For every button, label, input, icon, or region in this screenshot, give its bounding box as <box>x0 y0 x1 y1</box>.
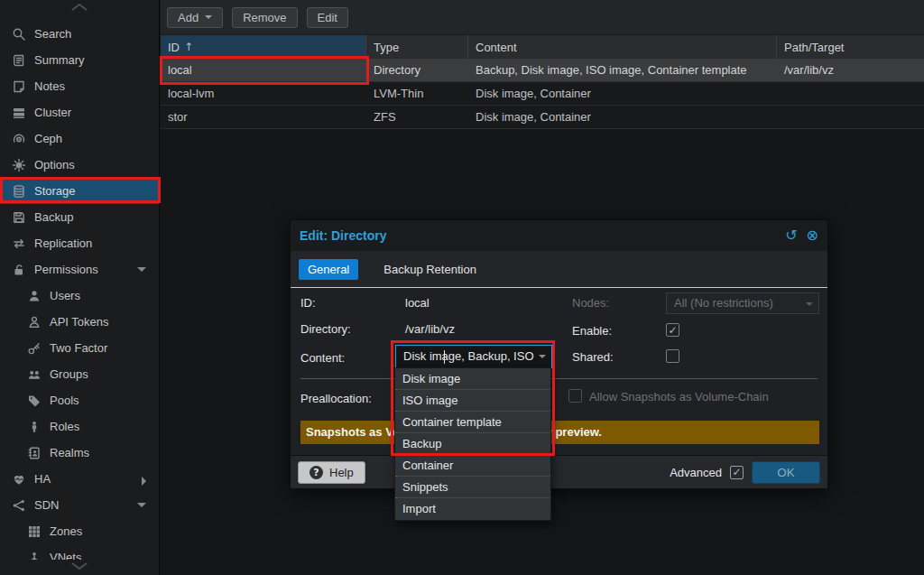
sidebar-item-backup[interactable]: Backup <box>0 204 159 230</box>
sidebar-item-permissions[interactable]: Permissions <box>0 256 159 283</box>
storage-icon <box>12 184 26 199</box>
sidebar-item-ha[interactable]: HA <box>0 466 159 492</box>
help-button[interactable]: ? Help <box>298 461 365 484</box>
technology-preview-warning: Snapshots as Volume-Chain is a technolog… <box>300 421 819 444</box>
shared-field-label: Shared: <box>572 350 614 364</box>
sidebar-item-label: Cluster <box>34 106 71 119</box>
combo-trigger-icon[interactable] <box>539 355 546 358</box>
close-icon[interactable]: ⊗ <box>807 228 818 243</box>
cell-path: /var/lib/vz <box>777 59 923 81</box>
sidebar-item-realms[interactable]: Realms <box>0 440 159 466</box>
dialog-title: Edit: Directory <box>300 228 776 243</box>
table-row-local-lvm[interactable]: local-lvm LVM-Thin Disk image, Container <box>161 82 924 106</box>
storage-table: ID ↑ Type Content Path/Target local Dire… <box>161 35 924 129</box>
cell-type: ZFS <box>366 106 468 128</box>
sidebar-item-two-factor[interactable]: Two Factor <box>0 335 159 361</box>
dropdown-option-backup[interactable]: Backup <box>395 433 550 455</box>
content-combobox-value: Disk image, Backup, ISO <box>403 349 534 363</box>
advanced-label: Advanced <box>670 466 722 479</box>
cell-path <box>777 106 923 128</box>
table-row-stor[interactable]: stor ZFS Disk image, Container <box>161 106 924 129</box>
table-row-local[interactable]: local Directory Backup, Disk image, ISO … <box>161 59 924 82</box>
tab-general[interactable]: General <box>299 259 358 280</box>
id-field-value: local <box>405 296 430 310</box>
help-icon: ? <box>310 466 323 479</box>
tab-backup-retention[interactable]: Backup Retention <box>374 259 485 280</box>
tag-icon <box>27 394 42 408</box>
enable-checkbox[interactable]: ✓ <box>666 323 679 337</box>
content-dropdown-list: Disk image ISO image Container template … <box>394 367 551 521</box>
sidebar-item-api-tokens[interactable]: API Tokens <box>0 309 159 335</box>
allow-snapshots-label: Allow Snapshots as Volume-Chain <box>589 390 769 403</box>
sidebar-item-label: Roles <box>50 420 79 433</box>
edit-button-label: Edit <box>318 11 337 24</box>
dialog-tabbar: General Backup Retention <box>291 251 827 288</box>
sidebar-item-users[interactable]: Users <box>0 283 159 309</box>
cell-id: stor <box>161 106 366 128</box>
nodes-field-label: Nodes: <box>572 296 609 310</box>
sidebar-item-label: Groups <box>50 367 88 381</box>
sidebar-item-groups[interactable]: Groups <box>0 361 159 387</box>
sidebar-item-summary[interactable]: Summary <box>0 47 159 73</box>
ok-button[interactable]: OK <box>752 461 820 484</box>
id-field-label: ID: <box>300 296 316 310</box>
unlock-icon <box>12 263 26 277</box>
sidebar-item-label: Storage <box>34 184 76 198</box>
dropdown-option-disk-image[interactable]: Disk image <box>395 368 550 390</box>
column-header-type[interactable]: Type <box>366 35 468 59</box>
groups-icon <box>27 367 42 382</box>
chevron-down-icon <box>205 15 212 19</box>
sidebar-item-search[interactable]: Search <box>0 21 159 47</box>
shared-checkbox[interactable] <box>666 349 679 363</box>
sidebar-item-storage[interactable]: Storage <box>0 178 159 204</box>
cell-content: Disk image, Container <box>468 106 777 128</box>
sidebar-item-zones[interactable]: Zones <box>0 518 159 544</box>
sidebar-item-options[interactable]: Options <box>0 152 159 178</box>
advanced-checkbox[interactable]: ✓ <box>730 466 744 479</box>
sidebar-item-sdn[interactable]: SDN <box>0 492 159 518</box>
sidebar-scroll-up[interactable] <box>0 0 158 15</box>
cell-path <box>777 82 923 105</box>
sidebar-item-label: Users <box>50 289 80 302</box>
dropdown-option-container[interactable]: Container <box>395 455 550 477</box>
edit-button[interactable]: Edit <box>307 7 348 28</box>
address-book-icon <box>27 446 42 460</box>
sidebar-item-ceph[interactable]: Ceph <box>0 125 159 152</box>
dialog-body: ID: local Directory: /var/lib/vz Content… <box>291 288 827 457</box>
notes-icon <box>12 79 26 94</box>
dropdown-option-import[interactable]: Import <box>395 498 550 520</box>
dropdown-option-iso-image[interactable]: ISO image <box>395 390 550 412</box>
ok-button-label: OK <box>777 466 794 479</box>
dropdown-option-snippets[interactable]: Snippets <box>395 477 550 498</box>
cell-type: LVM-Thin <box>366 82 468 105</box>
sidebar-item-label: Ceph <box>34 132 62 145</box>
column-header-path[interactable]: Path/Target <box>777 35 923 59</box>
sidebar-scroll-down[interactable] <box>0 560 158 575</box>
sidebar-item-label: Notes <box>34 79 65 93</box>
add-button-label: Add <box>178 11 199 24</box>
dropdown-option-container-template[interactable]: Container template <box>395 412 550 433</box>
text-cursor <box>444 350 445 364</box>
chevron-right-icon <box>142 477 146 486</box>
remove-button[interactable]: Remove <box>232 7 297 28</box>
key-icon <box>27 341 42 356</box>
sidebar-item-label: Realms <box>50 446 89 459</box>
sidebar-item-replication[interactable]: Replication <box>0 230 159 256</box>
column-header-content[interactable]: Content <box>468 35 777 59</box>
sidebar-item-roles[interactable]: Roles <box>0 413 159 440</box>
column-header-id[interactable]: ID ↑ <box>161 35 366 59</box>
cell-content: Disk image, Container <box>468 82 777 105</box>
reset-icon[interactable]: ↺ <box>785 228 797 243</box>
dialog-titlebar[interactable]: Edit: Directory ↺ ⊗ <box>291 220 827 251</box>
sidebar-item-notes[interactable]: Notes <box>0 73 159 99</box>
add-button[interactable]: Add <box>167 7 223 28</box>
sidebar-item-label: Replication <box>34 236 92 250</box>
grid-icon <box>27 524 42 539</box>
content-combobox[interactable]: Disk image, Backup, ISO <box>395 345 552 368</box>
enable-field-label: Enable: <box>572 324 612 338</box>
person-icon <box>27 420 42 434</box>
sidebar-item-pools[interactable]: Pools <box>0 387 159 413</box>
sidebar-item-cluster[interactable]: Cluster <box>0 99 159 125</box>
gear-icon <box>12 158 26 172</box>
sidebar-item-label: HA <box>34 472 51 486</box>
